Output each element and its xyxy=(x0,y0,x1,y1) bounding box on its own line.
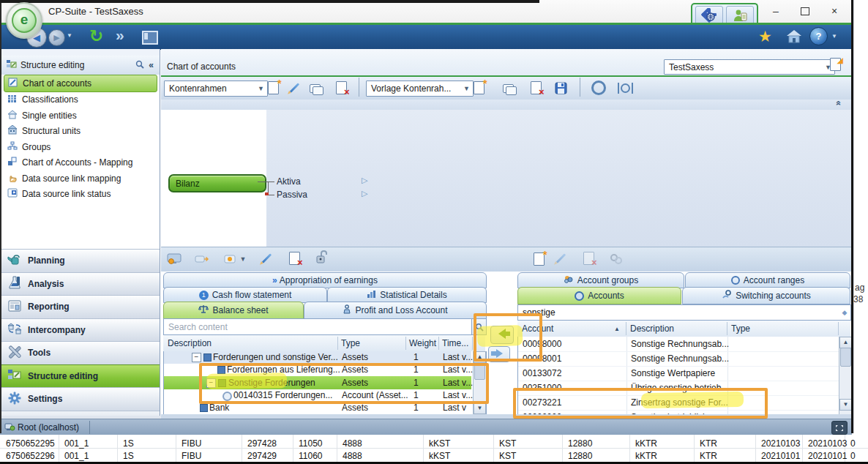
edit-coa-button[interactable] xyxy=(284,79,304,97)
run-forward-icon[interactable]: » xyxy=(116,26,122,44)
tree-node-aktiva[interactable]: Aktiva xyxy=(277,176,301,187)
tree-node-passiva[interactable]: Passiva xyxy=(277,190,307,200)
nav-structure-editing[interactable]: Structure editing xyxy=(1,364,160,388)
minimize-button[interactable]: – xyxy=(764,4,787,19)
sidebar-item-groups[interactable]: Groups xyxy=(1,139,160,155)
circle-tool-button[interactable] xyxy=(588,79,609,97)
tab-accounts[interactable]: Accounts xyxy=(517,287,681,304)
expand-triangle-icon[interactable]: ▷ xyxy=(362,189,367,198)
home-icon[interactable] xyxy=(786,29,802,45)
coa-type-select[interactable]: Kontenrahmen▼ xyxy=(164,81,268,97)
sidebar-item-coa-mapping[interactable]: Chart of Accounts - Mapping xyxy=(1,155,160,171)
insert-node-button[interactable] xyxy=(192,250,212,268)
copy-template-button[interactable] xyxy=(499,81,520,98)
table-row[interactable]: 00098001 Sonstige Rechnungsab... xyxy=(518,351,839,367)
nav-intercompany[interactable]: Intercompany xyxy=(1,318,160,342)
col-type[interactable]: Type xyxy=(731,323,750,334)
new-coa-button[interactable]: * xyxy=(263,79,283,97)
col-description[interactable]: Description xyxy=(168,338,212,348)
tab-account-groups[interactable]: Account groups xyxy=(517,272,684,288)
help-icon[interactable]: ? xyxy=(809,27,828,45)
collapse-minus-icon[interactable]: − xyxy=(192,353,201,362)
forward-button[interactable]: ▶ xyxy=(48,29,65,46)
sidebar-item-chart-of-accounts[interactable]: Chart of accounts xyxy=(4,75,157,92)
status-root-label[interactable]: Root (localhost) xyxy=(18,422,79,433)
link-accounts-button[interactable] xyxy=(606,250,626,268)
favorites-star-icon[interactable]: ★ xyxy=(758,28,772,45)
circle-bounds-tool-button[interactable] xyxy=(615,79,635,97)
show-node-button[interactable] xyxy=(165,250,185,268)
expand-view-icon[interactable] xyxy=(831,421,848,435)
table-row[interactable]: 00098000 Sonstige Rechnungsab... xyxy=(518,337,839,352)
left-search-input[interactable]: Search content xyxy=(163,318,473,335)
tab-profit-and-loss[interactable]: Profit and Loss Account xyxy=(304,302,487,319)
tab-statistical-details[interactable]: Statistical Details xyxy=(327,287,487,303)
sidebar-search-icon[interactable] xyxy=(135,60,144,71)
template-select[interactable]: Vorlage Kontenrah...▼ xyxy=(366,81,474,97)
data-cell: 11050 xyxy=(299,438,322,449)
status-bar: Root (localhost) xyxy=(0,419,852,435)
sidebar-item-single-entities[interactable]: Single entities xyxy=(1,108,160,124)
delete-coa-button[interactable]: × xyxy=(331,79,351,97)
delete-node-button[interactable]: × xyxy=(284,250,304,267)
col-time[interactable]: Time... xyxy=(442,338,468,348)
help-dropdown-caret[interactable]: ▼ xyxy=(831,33,837,40)
scroll-thumb[interactable] xyxy=(840,348,851,367)
tab-balance-sheet[interactable]: Balance sheet xyxy=(163,302,304,319)
scroll-up-icon[interactable]: ▲ xyxy=(839,337,852,348)
unlock-button[interactable] xyxy=(312,248,332,266)
data-cell: 297429 xyxy=(247,451,277,461)
sidebar-item-classifications[interactable]: Classifications xyxy=(1,92,160,108)
nav-settings[interactable]: Settings xyxy=(1,387,160,411)
data-cell: 4888 xyxy=(343,438,362,449)
edit-node-button[interactable] xyxy=(256,250,277,267)
delete-account-link-button[interactable]: × xyxy=(578,250,599,267)
nav-planning[interactable]: Planning xyxy=(1,249,160,272)
scroll-down-icon[interactable]: ▼ xyxy=(839,399,852,411)
sidebar-item-structural-units[interactable]: Structural units xyxy=(1,124,160,140)
sort-asc-icon[interactable]: ▲ xyxy=(614,326,620,332)
sidebar-collapse-icon[interactable]: « xyxy=(149,60,154,70)
edge-text-fragment: 38 xyxy=(853,294,863,304)
intercompany-icon xyxy=(7,322,22,337)
scenario-form-button[interactable]: ◢ xyxy=(830,58,841,73)
tab-cash-flow-statement[interactable]: 1 Cash flow statement xyxy=(163,287,327,303)
nav-analysis[interactable]: Analysis xyxy=(1,272,160,296)
close-button[interactable]: × xyxy=(823,4,846,19)
new-node-split-button[interactable]: ▼ xyxy=(221,250,249,268)
tab-appropriation-of-earnings[interactable]: » Appropriation of earnings xyxy=(163,272,487,288)
structural-units-icon xyxy=(7,125,18,137)
edit-account-link-button[interactable] xyxy=(550,250,571,267)
col-weight[interactable]: Weight xyxy=(409,338,436,348)
new-account-link-button[interactable]: * xyxy=(528,250,549,268)
col-type[interactable]: Type xyxy=(341,338,360,348)
tab-switching-accounts[interactable]: Switching accounts xyxy=(682,287,850,304)
expand-triangle-icon[interactable]: ▷ xyxy=(362,176,367,185)
window-left-border xyxy=(0,3,1,433)
scroll-down-icon[interactable]: ▼ xyxy=(474,403,486,414)
refresh-icon[interactable]: ↻ xyxy=(89,26,103,46)
maximize-button[interactable] xyxy=(793,4,817,19)
delete-template-button[interactable]: × xyxy=(525,79,546,97)
tab-account-ranges[interactable]: Account ranges xyxy=(685,272,850,288)
layout-panel-icon[interactable] xyxy=(142,31,158,45)
accounts-filter-input[interactable]: sonstige xyxy=(517,304,839,321)
collapse-panel-chevron[interactable]: » xyxy=(833,101,843,106)
table-row[interactable]: − Forderungen und sonstige Ver... Assets… xyxy=(164,351,471,364)
data-cell: 0 xyxy=(850,438,856,449)
sidebar-item-ds-link-mapping[interactable]: Data source link mapping xyxy=(1,171,160,187)
new-template-button[interactable]: * xyxy=(468,79,489,97)
col-description[interactable]: Description xyxy=(630,323,674,334)
table-row[interactable]: 00133072 Sonstige Wertpapiere xyxy=(518,366,839,381)
tree-node-bilanz[interactable]: Bilanz xyxy=(168,174,266,192)
right-table-scrollbar[interactable]: ▲ ▼ xyxy=(839,337,852,414)
filter-options-icon[interactable]: ◆ xyxy=(839,304,851,321)
copy-coa-button[interactable] xyxy=(306,81,326,98)
nav-reporting[interactable]: Reporting xyxy=(1,295,160,318)
screen: e CP-Suite - TestSaxess – × ◀ ▶ ▼ ↻ » ★ … xyxy=(0,0,868,464)
forward-dropdown-caret[interactable]: ▼ xyxy=(67,32,72,39)
nav-tools[interactable]: Tools xyxy=(1,341,160,364)
scenario-select[interactable]: TestSaxess▼ xyxy=(664,59,835,75)
save-template-button[interactable] xyxy=(550,79,571,97)
sidebar-item-ds-link-status[interactable]: Data source link status xyxy=(1,187,160,203)
